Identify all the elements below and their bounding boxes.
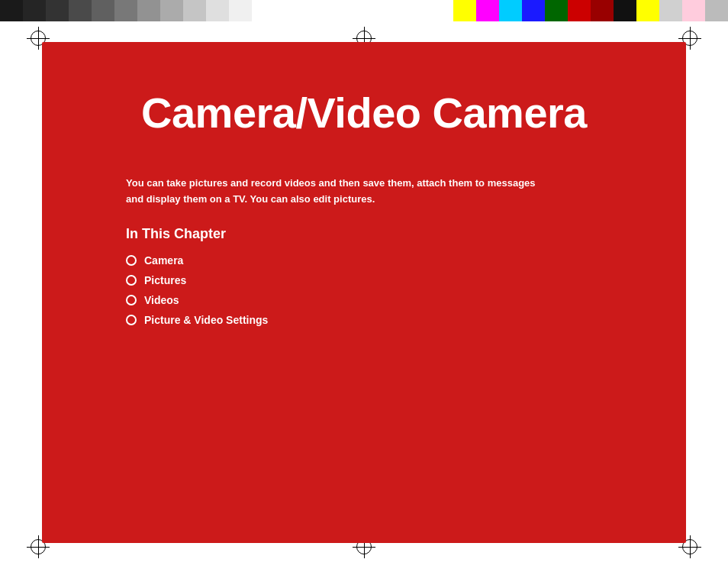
swatch-magenta [476, 0, 499, 21]
swatch-lightgray2 [659, 0, 682, 21]
swatch-blue [522, 0, 545, 21]
chapter-item-camera: Camera [144, 254, 183, 267]
bullet-icon [126, 275, 137, 286]
list-item: Picture & Video Settings [126, 314, 602, 326]
swatch-nearblack [614, 0, 636, 21]
swatch-cyan [499, 0, 522, 21]
swatch-dark2 [46, 0, 69, 21]
swatch-dark1 [23, 0, 46, 21]
swatch-black [0, 0, 23, 21]
chapter-item-pictures: Pictures [144, 274, 186, 286]
swatch-lightgray [183, 0, 206, 21]
chapter-item-videos: Videos [144, 294, 179, 306]
bullet-icon [126, 295, 137, 305]
swatch-gray5 [705, 0, 728, 21]
swatch-yellow [453, 0, 476, 21]
swatch-pink [682, 0, 705, 21]
swatch-gray3 [137, 0, 160, 21]
chapter-heading: In This Chapter [126, 226, 602, 242]
swatch-green [545, 0, 568, 21]
bullet-icon [126, 255, 137, 266]
content-area: Camera/Video Camera You can take picture… [42, 42, 686, 380]
list-item: Camera [126, 254, 602, 267]
swatch-yellow2 [636, 0, 659, 21]
swatch-gray2 [114, 0, 137, 21]
color-bar-left [0, 0, 275, 21]
page-background: Camera/Video Camera You can take picture… [42, 42, 686, 543]
list-item: Videos [126, 294, 602, 306]
swatch-verylightgray [206, 0, 229, 21]
swatch-white [252, 0, 275, 21]
page-description: You can take pictures and record videos … [126, 176, 553, 208]
bullet-icon [126, 315, 137, 325]
swatch-gray4 [160, 0, 183, 21]
page-title: Camera/Video Camera [126, 88, 602, 137]
swatch-dark3 [69, 0, 92, 21]
swatch-red2 [591, 0, 614, 21]
chapter-list: Camera Pictures Videos Picture & Video S… [126, 254, 602, 326]
color-bar-right [453, 0, 728, 21]
swatch-gray1 [92, 0, 114, 21]
swatch-red1 [568, 0, 591, 21]
chapter-item-settings: Picture & Video Settings [144, 314, 268, 326]
color-bar [0, 0, 728, 21]
swatch-nearwhite [229, 0, 252, 21]
list-item: Pictures [126, 274, 602, 286]
